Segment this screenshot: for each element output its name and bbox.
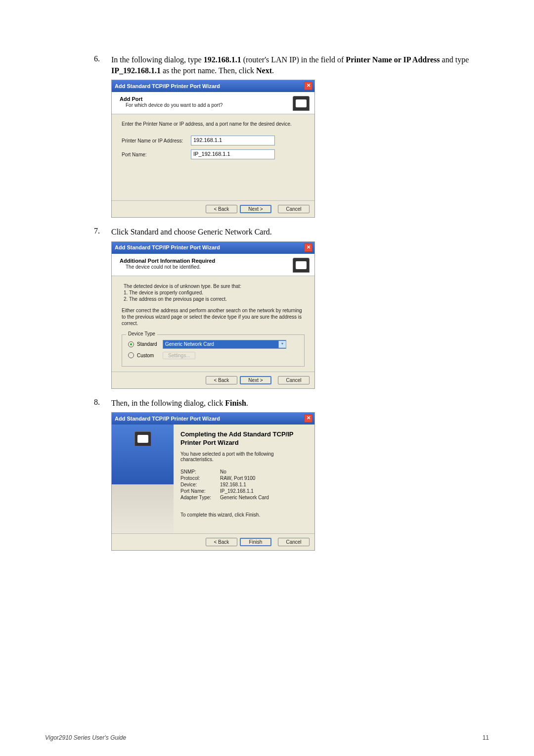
close-icon[interactable]: ✕ [304,414,312,423]
header-subtitle: The device could not be identified. [126,264,293,270]
header-subtitle: For which device do you want to add a po… [126,102,293,108]
step-8: 8. Then, in the following dialog, click … [94,398,490,409]
info-line: 2. The address on the previous page is c… [124,296,305,302]
close-icon[interactable]: ✕ [304,243,312,252]
finish-note: To complete this wizard, click Finish. [180,512,307,518]
step-number: 6. [94,54,111,76]
radio-standard-label: Standard [137,341,163,347]
finish-subtitle: You have selected a port with the follow… [180,451,307,462]
step-6: 6. In the following dialog, type 192.168… [94,54,490,76]
dialog-title-text: Add Standard TCP/IP Printer Port Wizard [115,83,220,89]
info-paragraph: Either correct the address and perform a… [122,307,305,327]
kv-val: IP_192.168.1.1 [220,488,254,494]
dialog-title-text: Add Standard TCP/IP Printer Port Wizard [115,416,220,422]
info-line: The detected device is of unknown type. … [124,283,305,289]
kv-val: 192.168.1.1 [220,482,246,487]
dialog-add-port: Add Standard TCP/IP Printer Port Wizard … [111,80,315,218]
step-7: 7. Click Standard and choose Generic Net… [94,227,490,237]
page-footer: Vigor2910 Series User's Guide 11 [45,734,489,741]
cancel-button[interactable]: Cancel [278,205,310,213]
back-button[interactable]: < Back [206,205,237,213]
cancel-button[interactable]: Cancel [278,538,310,546]
combo-value: Generic Network Card [165,341,214,347]
dialog-device-type: Add Standard TCP/IP Printer Port Wizard … [111,241,315,389]
step-text: In the following dialog, type 192.168.1.… [111,54,490,76]
device-type-group: Device Type Standard Generic Network Car… [122,334,305,367]
wizard-side-panel [112,425,174,533]
printer-icon [134,431,151,446]
finish-button[interactable]: Finish [240,538,271,546]
kv-key: Adapter Type: [180,495,220,500]
settings-button: Settings... [163,352,195,359]
step-text: Click Standard and choose Generic Networ… [111,227,490,237]
input-ip-address[interactable]: 192.168.1.1 [191,136,275,145]
dialog-header: Additional Port Information Required The… [112,254,314,276]
dialog-title-text: Add Standard TCP/IP Printer Port Wizard [115,244,220,250]
header-title: Additional Port Information Required [120,258,293,264]
info-line: 1. The device is properly configured. [124,289,305,296]
kv-val: Generic Network Card [220,495,269,500]
close-icon[interactable]: ✕ [304,82,312,90]
cancel-button[interactable]: Cancel [278,376,310,384]
kv-key: SNMP: [180,469,220,474]
kv-key: Device: [180,482,220,487]
intro-text: Enter the Printer Name or IP address, an… [122,121,305,127]
kv-val: No [220,469,226,474]
kv-key: Port Name: [180,488,220,494]
footer-left: Vigor2910 Series User's Guide [45,734,126,741]
group-title: Device Type [126,331,157,336]
label-ip-address: Printer Name or IP Address: [122,138,191,143]
next-button[interactable]: Next > [240,376,271,384]
printer-icon [293,258,310,273]
next-button[interactable]: Next > [240,205,271,213]
dialog-titlebar: Add Standard TCP/IP Printer Port Wizard … [112,80,314,92]
page-number: 11 [483,734,489,741]
dialog-titlebar: Add Standard TCP/IP Printer Port Wizard … [112,413,314,425]
dialog-finish: Add Standard TCP/IP Printer Port Wizard … [111,412,315,551]
kv-key: Protocol: [180,475,220,481]
device-type-combo[interactable]: Generic Network Card ▾ [163,340,286,349]
step-number: 7. [94,227,111,237]
kv-val: RAW, Port 9100 [220,475,255,481]
step-text: Then, in the following dialog, click Fin… [111,398,490,409]
header-title: Add Port [120,96,293,102]
back-button[interactable]: < Back [206,376,237,384]
radio-custom[interactable] [128,352,134,358]
back-button[interactable]: < Back [206,538,237,546]
chevron-down-icon: ▾ [278,341,286,348]
printer-icon [293,96,310,111]
dialog-titlebar: Add Standard TCP/IP Printer Port Wizard … [112,242,314,254]
radio-custom-label: Custom [137,353,163,358]
radio-standard[interactable] [128,341,134,347]
finish-title: Completing the Add Standard TCP/IP Print… [180,430,307,447]
dialog-header: Add Port For which device do you want to… [112,92,314,114]
input-port-name[interactable]: IP_192.168.1.1 [191,149,275,159]
step-number: 8. [94,398,111,409]
label-port-name: Port Name: [122,152,191,157]
